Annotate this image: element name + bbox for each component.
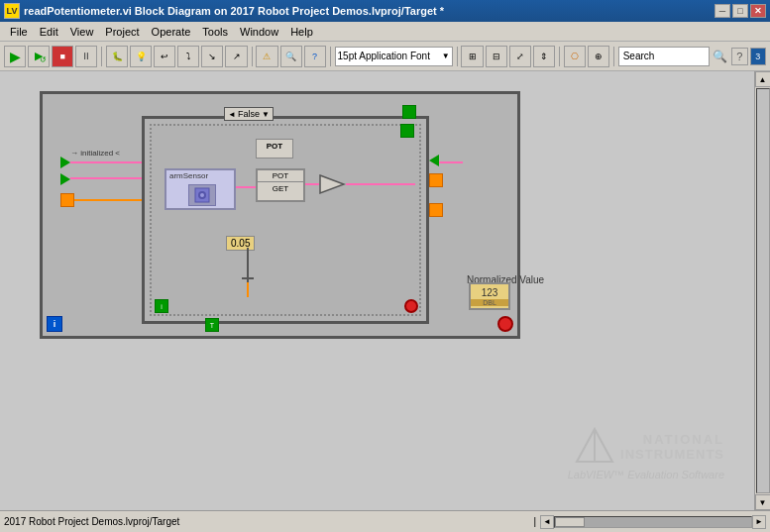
search-box xyxy=(618,47,710,66)
window-title: readPotentiometer.vi Block Diagram on 20… xyxy=(24,5,715,17)
step-out-button[interactable]: ↗ xyxy=(225,46,247,67)
value-005-box[interactable]: 0.05 xyxy=(226,236,255,251)
menu-tools[interactable]: Tools xyxy=(196,24,234,40)
help-icon[interactable]: ? xyxy=(731,48,748,65)
separator-6 xyxy=(613,47,614,66)
wire-arm-pot xyxy=(236,186,256,188)
warning-button[interactable]: ⚠ xyxy=(256,46,277,67)
ni-watermark: NATIONAL INSTRUMENTS LabVIEW™ Evaluation… xyxy=(568,427,724,480)
reorder-button[interactable]: ⇕ xyxy=(533,46,555,67)
menu-edit[interactable]: Edit xyxy=(34,24,64,40)
wire-pot-buffer xyxy=(305,183,319,185)
pause-button[interactable]: ⏸ xyxy=(75,46,97,67)
search-icon[interactable]: 🔍 xyxy=(712,47,729,66)
status-project-text: 2017 Robot Project Demos.lvproj/Target xyxy=(4,516,529,527)
false-button[interactable]: ◄ False ▼ xyxy=(224,107,274,121)
app-icon: LV xyxy=(4,3,20,19)
run-button[interactable]: ▶ xyxy=(4,46,26,67)
left-orange-wire xyxy=(74,199,142,201)
status-bar: 2017 Robot Project Demos.lvproj/Target |… xyxy=(0,510,770,532)
stop-terminal[interactable] xyxy=(404,299,418,313)
svg-marker-5 xyxy=(320,175,344,193)
separator-3 xyxy=(330,47,331,66)
scroll-up-button[interactable]: ▲ xyxy=(755,71,771,87)
window-controls: ─ □ ✕ xyxy=(715,4,766,18)
menu-bar: File Edit View Project Operate Tools Win… xyxy=(0,22,770,42)
menu-project[interactable]: Project xyxy=(99,24,145,40)
bool-terminal xyxy=(402,105,416,119)
extra-palette-button[interactable]: ⊕ xyxy=(588,46,609,67)
retain-wire-values-button[interactable]: ↩ xyxy=(154,46,175,67)
search-input[interactable] xyxy=(623,51,698,61)
separator-1 xyxy=(101,47,102,66)
wait-indicator-vert xyxy=(247,248,249,282)
scrollbar-right: ▲ ▼ xyxy=(754,71,770,510)
step-into-button[interactable]: ↘ xyxy=(201,46,223,67)
menu-operate[interactable]: Operate xyxy=(146,24,197,40)
iteration-icon: T xyxy=(205,318,219,332)
info-icon[interactable]: i xyxy=(47,316,62,332)
horizontal-scrollbar: ◄ ► xyxy=(540,514,766,530)
buffer-amplifier[interactable] xyxy=(318,173,346,195)
separator-5 xyxy=(559,47,560,66)
left-pink-wire-2 xyxy=(70,177,142,179)
dbl-type-label: DBL xyxy=(471,299,508,306)
separator-4 xyxy=(457,47,458,66)
iteration-terminal: i xyxy=(155,299,168,313)
menu-window[interactable]: Window xyxy=(234,24,284,40)
arm-sensor-block[interactable]: armSensor xyxy=(165,168,236,210)
canvas-area[interactable]: NATIONAL INSTRUMENTS LabVIEW™ Evaluation… xyxy=(0,71,754,510)
run-continuously-button[interactable]: ▶↺ xyxy=(28,46,50,67)
bool-indicator-inner xyxy=(400,124,414,138)
close-button[interactable]: ✕ xyxy=(750,4,766,18)
pot-top-block[interactable]: POT xyxy=(256,139,293,159)
left-orange-terminal xyxy=(60,193,74,207)
dbl-indicator[interactable]: 123 DBL xyxy=(469,282,510,310)
distribute-button[interactable]: ⊟ xyxy=(486,46,507,67)
dbl-number: 123 xyxy=(482,287,498,298)
toolbar: ▶ ▶↺ ■ ⏸ 🐛 💡 ↩ ⤵ ↘ ↗ ⚠ 🔍 ? 15pt Applicat… xyxy=(0,42,770,71)
menu-view[interactable]: View xyxy=(64,24,100,40)
stop-circle-icon[interactable] xyxy=(497,316,513,332)
step-over-button[interactable]: ⤵ xyxy=(177,46,199,67)
left-green-terminal-1 xyxy=(60,157,70,168)
maximize-button[interactable]: □ xyxy=(732,4,748,18)
separator-2 xyxy=(252,47,253,66)
resize-button[interactable]: ⤢ xyxy=(509,46,531,67)
abort-button[interactable]: ■ xyxy=(52,46,73,67)
menu-help[interactable]: Help xyxy=(284,24,319,40)
panel-toggle-button[interactable]: 3 xyxy=(750,48,767,65)
while-loop-frame: ◄ False ▼ armSensor xyxy=(142,116,429,324)
find-button[interactable]: 🔍 xyxy=(280,46,302,67)
wire-buffer-out xyxy=(346,183,415,185)
left-wire-1 xyxy=(70,161,142,163)
right-orange-terminal-top xyxy=(429,173,443,187)
main-area: NATIONAL INSTRUMENTS LabVIEW™ Evaluation… xyxy=(0,71,770,510)
title-bar: LV readPotentiometer.vi Block Diagram on… xyxy=(0,0,770,22)
highlight-button[interactable]: 💡 xyxy=(130,46,152,67)
context-help-button[interactable]: ? xyxy=(304,46,326,67)
scroll-right-button[interactable]: ► xyxy=(752,515,766,529)
align-button[interactable]: ⊞ xyxy=(461,46,483,67)
right-orange-terminal-bottom xyxy=(429,203,443,217)
svg-point-4 xyxy=(200,193,204,197)
status-separator: | xyxy=(533,516,536,527)
vi-canvas[interactable]: ◄ False ▼ armSensor xyxy=(40,91,520,339)
menu-file[interactable]: File xyxy=(4,24,34,40)
svg-marker-0 xyxy=(577,429,612,462)
debug-button[interactable]: 🐛 xyxy=(106,46,128,67)
font-selector[interactable]: 15pt Application Font ▼ xyxy=(335,47,453,66)
scroll-left-button[interactable]: ◄ xyxy=(540,515,554,529)
pot-get-block[interactable]: POT GET xyxy=(256,168,305,202)
chevron-down-icon: ▼ xyxy=(442,52,450,60)
minimize-button[interactable]: ─ xyxy=(715,4,730,18)
right-green-terminal xyxy=(429,155,439,166)
palette-button[interactable]: ⎔ xyxy=(564,46,586,67)
scroll-down-button[interactable]: ▼ xyxy=(755,494,771,510)
left-green-terminal-2 xyxy=(60,173,70,185)
left-label-initialized: → initialized < xyxy=(70,149,120,158)
